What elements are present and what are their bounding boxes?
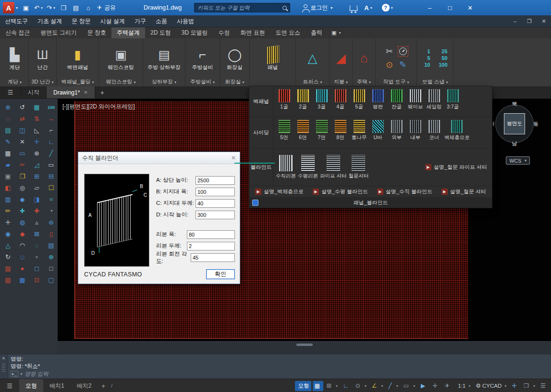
flyout-item[interactable]: 5골 — [350, 89, 368, 111]
tool-icon[interactable]: ▢ — [46, 274, 57, 285]
ribbon-tab[interactable]: 수정 — [213, 27, 235, 38]
menu-item[interactable]: 가구 — [130, 15, 151, 27]
tool-icon[interactable]: △ — [2, 240, 13, 251]
doc-tabs-menu-icon[interactable]: ☰ — [0, 86, 21, 98]
ribbon-tab[interactable]: 주택설계 — [111, 27, 145, 38]
target-icon[interactable]: ⊙ — [386, 59, 393, 70]
field-input[interactable]: 100 — [196, 188, 235, 196]
status-toggle[interactable]: ✈ — [442, 381, 453, 391]
tool-icon[interactable]: ◻ — [31, 263, 42, 274]
search-input[interactable] — [197, 5, 280, 11]
tool-icon[interactable]: ◉ — [2, 228, 13, 239]
flyout-item[interactable]: 2골 — [294, 89, 312, 111]
flyout-help-link[interactable]: ▶ 설명_수직 블라인드 — [377, 188, 432, 195]
viewcube-north[interactable]: 북 — [512, 100, 517, 107]
status-toggle[interactable]: ▦ — [313, 381, 323, 391]
snap-value-button[interactable]: 10 — [423, 62, 430, 68]
share-button[interactable]: ✈ 공유 — [97, 4, 116, 12]
tool-icon[interactable]: ⊞ — [31, 171, 42, 182]
tab-start[interactable]: 시작 — [21, 86, 47, 98]
tool-icon[interactable]: ⊟ — [46, 171, 57, 182]
ribbon-big-button[interactable]: ◯ 화장실 — [227, 46, 243, 70]
status-toggle[interactable]: ╱ — [387, 381, 400, 391]
quick-tool-icon[interactable]: ▤ — [70, 2, 82, 13]
tool-icon[interactable]: ▦ — [31, 102, 42, 113]
field-input[interactable]: 2500 — [196, 176, 235, 185]
tool-icon[interactable]: ▦ — [2, 148, 13, 159]
tool-icon[interactable]: ▫ — [31, 251, 42, 262]
flyout-item[interactable]: 잔골 — [388, 89, 405, 111]
view-cube[interactable]: ↺↻ 북 동 남 서 평면도 — [492, 102, 537, 146]
tool-icon[interactable]: ◆ — [17, 228, 28, 239]
help-button[interactable]: ? — [382, 4, 393, 12]
tool-icon[interactable]: ▧ — [2, 274, 13, 285]
tool-icon[interactable]: ◌ — [2, 113, 13, 124]
ok-button[interactable]: 확인 — [206, 269, 235, 279]
statusbar-menu-icon[interactable]: ☰ — [0, 382, 19, 390]
app-logo[interactable]: A — [3, 2, 14, 13]
ribbon-panel-title[interactable]: 작업 도구 — [376, 77, 416, 86]
tool-icon[interactable]: ▥ — [2, 194, 13, 205]
flyout-item[interactable]: 수직리본 — [275, 154, 296, 180]
tool-icon[interactable]: ● — [17, 263, 28, 274]
tool-icon[interactable]: ▵ — [31, 217, 42, 228]
mdi-restore-button[interactable]: ❐ — [522, 18, 537, 24]
command-input[interactable] — [25, 371, 548, 377]
field-input[interactable]: 80 — [187, 230, 235, 239]
flyout-help-link[interactable]: ▶ 설명_철문 셔터 — [441, 188, 486, 195]
ribbon-panel-title[interactable]: 지붕 — [330, 77, 352, 86]
canvas-scrollbar[interactable] — [58, 341, 551, 354]
tool-icon[interactable]: ☐ — [46, 182, 57, 193]
status-toggle[interactable]: 모형 — [295, 381, 311, 391]
viewport-controls-label[interactable]: [-][평면도][2D 와이어프레임] — [62, 103, 135, 111]
flyout-item[interactable]: 벽체층으로 — [444, 119, 470, 142]
field-input[interactable]: 45 — [191, 253, 235, 262]
ribbon-display-toggle[interactable]: ▣ — [328, 27, 344, 38]
ribbon-big-button[interactable]: ⌂ — [360, 49, 368, 67]
tab-close-icon[interactable]: ✕ — [84, 90, 87, 95]
tool-icon[interactable]: ❒ — [17, 171, 28, 182]
flyout-pin-icon[interactable] — [252, 200, 258, 206]
quick-tool-icon[interactable]: ↷ — [45, 2, 57, 13]
ribbon-panel-title[interactable]: 상하부장 — [143, 77, 185, 86]
status-toggle[interactable]: ☰ — [539, 381, 549, 391]
tool-icon[interactable]: ▭ — [46, 159, 57, 170]
tool-icon[interactable]: ◨ — [31, 194, 42, 205]
tool-icon[interactable]: ✎ — [2, 136, 13, 147]
status-toggle[interactable]: ❒ — [522, 381, 537, 391]
viewcube-face[interactable]: 평면도 — [504, 113, 525, 134]
scrollbar-handle[interactable] — [296, 344, 313, 346]
tool-icon[interactable]: ▭ — [17, 148, 28, 159]
ribbon-tab[interactable]: 평면도 그리기 — [35, 27, 82, 38]
ribbon-tab[interactable]: 화면 표현 — [235, 27, 270, 38]
viewcube-south[interactable]: 남 — [512, 140, 517, 147]
new-layout-button[interactable]: + — [98, 382, 109, 390]
ribbon-tab[interactable]: 출력 — [306, 27, 328, 38]
snap-value-button[interactable]: 100 — [434, 62, 448, 68]
tool-icon[interactable]: ▤ — [2, 125, 13, 136]
ribbon-panel-title[interactable]: 주택 — [353, 77, 375, 86]
minimize-button[interactable]: – — [420, 0, 440, 15]
flyout-item[interactable]: 외부 — [388, 119, 405, 142]
ribbon-panel-title[interactable]: 벽패널_몰딩 — [57, 77, 98, 86]
command-options-caret-icon[interactable]: ▾ — [21, 372, 23, 376]
flyout-item[interactable]: 평판 — [369, 89, 387, 111]
tool-icon[interactable]: ▨ — [2, 263, 13, 274]
menu-item[interactable]: 선택도구 — [0, 15, 33, 27]
quick-tool-icon[interactable]: ▣ — [20, 2, 32, 13]
status-toggle[interactable]: ▶ — [418, 381, 429, 391]
ribbon-panel-title[interactable]: 계단 — [1, 77, 28, 86]
search-icon[interactable] — [282, 6, 287, 10]
ribbon-big-button[interactable]: ◢ — [336, 49, 346, 67]
flyout-item[interactable]: 3:7골 — [444, 89, 462, 111]
menu-item[interactable]: 기초 설계 — [33, 15, 67, 27]
field-input[interactable]: 40 — [196, 199, 235, 208]
status-toggle[interactable]: ∟ — [341, 381, 352, 391]
tool-icon[interactable]: ▯ — [46, 228, 57, 239]
flyout-item[interactable]: 웨이브 — [406, 89, 424, 111]
layout-tab[interactable]: 배치2 — [71, 379, 98, 392]
status-toggle[interactable]: 1:1 — [454, 381, 472, 391]
pen-icon[interactable]: ✎ — [399, 59, 406, 70]
ribbon-panel-title[interactable]: 주방설비 — [185, 77, 220, 86]
tool-icon[interactable]: ✏ — [2, 205, 13, 216]
